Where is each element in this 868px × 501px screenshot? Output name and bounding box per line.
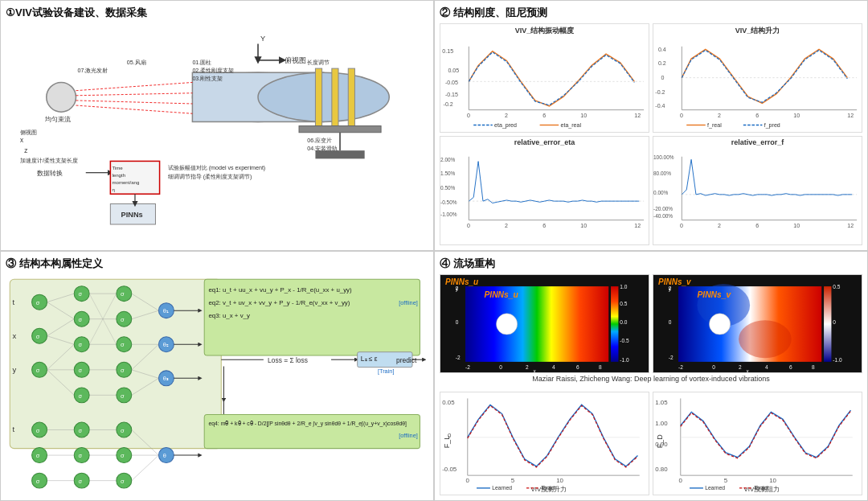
svg-point-196 bbox=[158, 447, 174, 462]
svg-text:σ: σ bbox=[78, 315, 82, 322]
svg-text:6: 6 bbox=[576, 364, 579, 370]
chart-viv-lift-svg: 0.4 0.2 0 -0.2 -0.4 0 2 6 10 12 bbox=[653, 38, 862, 131]
svg-point-212 bbox=[496, 313, 517, 334]
q3-quadrant: ③ 结构本构属性定义 t x y σ σ σ bbox=[0, 251, 434, 502]
svg-text:σ: σ bbox=[78, 452, 82, 459]
svg-text:σ: σ bbox=[121, 392, 125, 399]
svg-text:10: 10 bbox=[793, 113, 800, 118]
svg-text:2: 2 bbox=[526, 364, 529, 370]
svg-text:x: x bbox=[533, 368, 536, 372]
svg-text:σ: σ bbox=[36, 298, 40, 306]
svg-text:10: 10 bbox=[769, 477, 776, 484]
svg-text:σ: σ bbox=[78, 426, 82, 433]
svg-text:80.00%: 80.00% bbox=[653, 170, 671, 176]
svg-text:2: 2 bbox=[505, 223, 508, 228]
svg-text:σ: σ bbox=[78, 477, 82, 484]
chart-viv-amplitude-svg: 0.15 0.05 -0.05 -0.15 -0.2 0 2 6 10 12 bbox=[440, 38, 649, 131]
svg-text:Y: Y bbox=[260, 35, 265, 43]
svg-text:100.00%: 100.00% bbox=[653, 154, 674, 160]
svg-text:0: 0 bbox=[833, 318, 836, 324]
svg-text:moment/ang: moment/ang bbox=[112, 179, 139, 185]
svg-text:L₂ ≤ ε: L₂ ≤ ε bbox=[361, 355, 378, 363]
chart-viv-amplitude: VIV_结构振动幅度 0.15 0.05 -0.05 -0.15 -0.2 0 … bbox=[440, 23, 649, 133]
svg-text:6: 6 bbox=[542, 223, 546, 228]
svg-text:0.50%: 0.50% bbox=[440, 185, 456, 191]
svg-text:-0.15: -0.15 bbox=[445, 92, 458, 97]
svg-text:Time: Time bbox=[112, 165, 123, 170]
svg-text:1.50%: 1.50% bbox=[440, 170, 456, 176]
colormap-u: PINNs_u bbox=[440, 274, 649, 374]
svg-text:05.风扇: 05.风扇 bbox=[127, 60, 146, 66]
svg-text:σ: σ bbox=[121, 426, 125, 433]
svg-text:1.05: 1.05 bbox=[655, 399, 668, 406]
colormap-v: PINNs_v bbox=[653, 274, 862, 374]
svg-text:PINNs: PINNs bbox=[121, 211, 143, 219]
svg-text:0.5: 0.5 bbox=[620, 300, 627, 306]
svg-rect-4 bbox=[332, 68, 338, 125]
svg-text:Learned: Learned bbox=[492, 485, 512, 491]
svg-text:6: 6 bbox=[755, 113, 759, 118]
svg-text:2: 2 bbox=[505, 113, 508, 118]
svg-text:Exact: Exact bbox=[542, 485, 555, 491]
svg-text:数据转换: 数据转换 bbox=[37, 170, 63, 177]
svg-text:5: 5 bbox=[511, 477, 515, 484]
svg-text:03.刚性支架: 03.刚性支架 bbox=[192, 76, 223, 82]
svg-text:-2: -2 bbox=[678, 364, 683, 370]
svg-text:2: 2 bbox=[718, 113, 721, 118]
svg-text:σ: σ bbox=[36, 426, 40, 433]
svg-rect-224 bbox=[611, 286, 618, 362]
svg-text:6: 6 bbox=[755, 223, 759, 228]
svg-text:0.80: 0.80 bbox=[655, 465, 668, 472]
svg-text:8: 8 bbox=[599, 364, 602, 370]
svg-text:σ: σ bbox=[78, 392, 82, 399]
chart-viv-lift-pred: 0.05 0 -0.05 F_L 0 5 10 VIV预测升力 t bbox=[440, 392, 649, 495]
svg-text:0.5: 0.5 bbox=[833, 283, 840, 289]
svg-text:-0.2: -0.2 bbox=[655, 89, 665, 95]
svg-text:eta_real: eta_real bbox=[561, 122, 582, 129]
svg-text:σ: σ bbox=[121, 477, 125, 484]
svg-text:6: 6 bbox=[789, 364, 792, 370]
svg-line-11 bbox=[76, 82, 192, 90]
svg-text:[Train]: [Train] bbox=[378, 368, 395, 375]
svg-text:σ: σ bbox=[121, 315, 125, 322]
svg-text:4: 4 bbox=[765, 364, 768, 370]
svg-text:Loss = Σ loss: Loss = Σ loss bbox=[268, 356, 308, 364]
svg-text:θ₂: θ₂ bbox=[163, 341, 169, 348]
svg-text:[offline]: [offline] bbox=[399, 431, 418, 438]
q1-title: ①VIV试验设备建设、数据采集 bbox=[6, 6, 428, 20]
svg-text:eq1: u_t + uu_x + vu_y + P_x -: eq1: u_t + uu_x + vu_y + P_x - 1/R_e(u_x… bbox=[208, 286, 352, 294]
svg-line-210 bbox=[132, 455, 159, 481]
svg-text:10: 10 bbox=[580, 223, 587, 228]
svg-text:0: 0 bbox=[661, 75, 664, 80]
colormap-u-svg: y 2 0 -2 -2 0 2 4 6 8 x 1.0 bbox=[440, 275, 649, 373]
svg-text:2: 2 bbox=[718, 223, 721, 228]
svg-text:eta_pred: eta_pred bbox=[494, 122, 517, 129]
svg-text:θ: θ bbox=[163, 452, 166, 459]
svg-text:η: η bbox=[112, 187, 114, 192]
svg-text:x: x bbox=[20, 137, 23, 144]
chart-error-f-svg: 100.00% 80.00% 0.00% -20.00% -40.00% 0 2… bbox=[653, 148, 862, 241]
svg-text:0.4: 0.4 bbox=[658, 47, 666, 52]
colormap-v-title: PINNs_v bbox=[658, 277, 691, 286]
svg-text:5: 5 bbox=[724, 477, 728, 484]
q4-title: ④ 流场重构 bbox=[440, 257, 862, 271]
svg-text:eq3: u_x + v_y: eq3: u_x + v_y bbox=[208, 311, 250, 318]
svg-text:-0.2: -0.2 bbox=[444, 101, 453, 107]
svg-text:t: t bbox=[12, 424, 14, 433]
svg-text:试验振幅值对比 (model vs experiment): 试验振幅值对比 (model vs experiment) bbox=[168, 165, 265, 171]
svg-text:1.0: 1.0 bbox=[620, 283, 627, 289]
svg-text:t: t bbox=[12, 297, 14, 306]
main-grid: ①VIV试验设备建设、数据采集 均匀束流 bbox=[0, 0, 868, 501]
svg-text:-2: -2 bbox=[669, 355, 674, 360]
svg-text:-1.0: -1.0 bbox=[620, 356, 629, 362]
chart-viv-drag-pred: 1.05 1.00 0.90 0.80 F_D 0 5 10 VIV预测阻力 t bbox=[653, 392, 862, 495]
q3-nn-svg: t x y σ σ σ σ σ bbox=[6, 274, 428, 496]
svg-text:6: 6 bbox=[542, 113, 546, 118]
svg-text:0.00%: 0.00% bbox=[653, 190, 669, 195]
svg-text:σ: σ bbox=[121, 341, 125, 348]
svg-text:2: 2 bbox=[739, 364, 742, 370]
svg-text:θ₁: θ₁ bbox=[163, 307, 169, 314]
svg-text:0.05: 0.05 bbox=[442, 399, 455, 406]
svg-text:eq4: mθ̈ + kθ̇ + cθ̇ - D/2[∫P : eq4: mθ̈ + kθ̇ + cθ̇ - D/2[∫P sinθdθ + 2… bbox=[208, 421, 407, 427]
chart-lift-svg: 0.05 0 -0.05 F_L 0 5 10 VIV预测升力 t bbox=[440, 392, 649, 495]
